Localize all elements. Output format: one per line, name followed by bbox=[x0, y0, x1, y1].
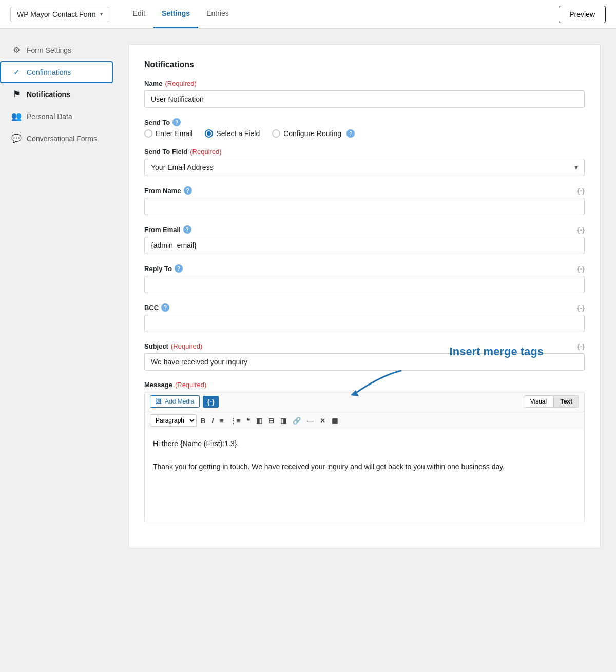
sidebar-item-label: Confirmations bbox=[27, 68, 71, 76]
blockquote-button[interactable]: ❝ bbox=[244, 416, 252, 426]
subject-input[interactable] bbox=[144, 353, 585, 371]
message-line-3: Thank you for getting in touch. We have … bbox=[153, 461, 576, 472]
message-line-2 bbox=[153, 449, 576, 460]
check-circle-icon: ✓ bbox=[11, 67, 22, 77]
bcc-help-icon[interactable]: ? bbox=[161, 303, 169, 312]
visual-view-button[interactable]: Visual bbox=[524, 395, 553, 408]
section-title: Notifications bbox=[144, 60, 585, 69]
message-content[interactable]: Hi there {Name (First):1.3}, Thank you f… bbox=[144, 430, 585, 522]
sidebar: ⚙ Form Settings ✓ Confirmations ⚑ Notifi… bbox=[0, 29, 113, 672]
send-to-field-select[interactable]: Your Email Address ▾ bbox=[144, 159, 585, 176]
radio-select-field[interactable]: Select a Field bbox=[205, 129, 260, 138]
message-toolbar-top: 🖼 Add Media {-} Visual Text bbox=[144, 392, 585, 411]
sidebar-item-conversational-forms[interactable]: 💬 Conversational Forms bbox=[0, 127, 113, 149]
tab-edit[interactable]: Edit bbox=[125, 0, 153, 28]
reply-to-field-group: Reply To ? {-} bbox=[144, 264, 585, 293]
message-label: Message (Required) bbox=[144, 381, 585, 389]
from-name-label: From Name ? {-} bbox=[144, 186, 585, 195]
tab-entries[interactable]: Entries bbox=[198, 0, 237, 28]
radio-label-enter-email: Enter Email bbox=[156, 129, 192, 138]
align-left-button[interactable]: ◧ bbox=[254, 416, 264, 426]
bcc-field-group: BCC ? {-} bbox=[144, 303, 585, 332]
sidebar-item-label: Form Settings bbox=[27, 46, 71, 54]
form-selector[interactable]: WP Mayor Contact Form ▾ bbox=[10, 7, 109, 22]
sidebar-item-form-settings[interactable]: ⚙ Form Settings bbox=[0, 39, 113, 61]
chevron-down-icon: ▾ bbox=[100, 11, 103, 17]
tab-settings[interactable]: Settings bbox=[153, 0, 198, 28]
sidebar-item-confirmations[interactable]: ✓ Confirmations bbox=[0, 61, 113, 83]
align-right-button[interactable]: ◨ bbox=[278, 416, 288, 426]
send-to-field-group: Send To ? Enter Email Select a Field Con… bbox=[144, 118, 585, 138]
from-email-help-icon[interactable]: ? bbox=[183, 225, 191, 234]
bcc-input[interactable] bbox=[144, 315, 585, 332]
name-input[interactable] bbox=[144, 90, 585, 108]
add-media-button[interactable]: 🖼 Add Media bbox=[150, 395, 200, 408]
chevron-down-icon: ▾ bbox=[574, 163, 578, 171]
bold-button[interactable]: B bbox=[199, 416, 207, 426]
radio-enter-email[interactable]: Enter Email bbox=[144, 129, 192, 138]
flag-icon: ⚑ bbox=[11, 89, 22, 99]
radio-circle-configure-routing bbox=[272, 129, 280, 138]
reply-to-label: Reply To ? {-} bbox=[144, 264, 585, 273]
sidebar-item-notifications[interactable]: ⚑ Notifications bbox=[0, 83, 113, 105]
italic-button[interactable]: I bbox=[209, 416, 216, 426]
message-field-group: Message (Required) Insert merge tags 🖼 A… bbox=[144, 381, 585, 522]
add-media-label: Add Media bbox=[165, 398, 194, 405]
chat-icon: 💬 bbox=[11, 133, 22, 143]
send-to-field-dropdown-group: Send To Field (Required) Your Email Addr… bbox=[144, 148, 585, 176]
from-name-field-group: From Name ? {-} bbox=[144, 186, 585, 215]
radio-label-configure-routing: Configure Routing bbox=[283, 129, 341, 138]
users-icon: 👥 bbox=[11, 111, 22, 121]
paragraph-select[interactable]: Paragraph bbox=[150, 414, 197, 427]
sidebar-item-label: Personal Data bbox=[27, 112, 72, 121]
from-email-label: From Email ? {-} bbox=[144, 225, 585, 234]
reply-to-merge-tag-icon[interactable]: {-} bbox=[578, 265, 585, 273]
preview-button[interactable]: Preview bbox=[559, 6, 606, 23]
align-center-button[interactable]: ⊟ bbox=[266, 416, 276, 426]
select-field-value: Your Email Address bbox=[151, 163, 214, 171]
name-required: (Required) bbox=[165, 80, 196, 87]
table-button[interactable]: ▦ bbox=[330, 416, 340, 426]
send-to-help-icon[interactable]: ? bbox=[172, 118, 181, 126]
text-view-button[interactable]: Text bbox=[553, 395, 579, 408]
subject-required: (Required) bbox=[171, 342, 202, 350]
radio-label-select-field: Select a Field bbox=[216, 129, 260, 138]
from-name-merge-tag-icon[interactable]: {-} bbox=[578, 187, 585, 195]
ordered-list-button[interactable]: ⋮≡ bbox=[228, 416, 243, 426]
name-label: Name (Required) bbox=[144, 80, 585, 87]
radio-circle-enter-email bbox=[144, 129, 152, 138]
unordered-list-button[interactable]: ≡ bbox=[218, 416, 226, 426]
sidebar-item-personal-data[interactable]: 👥 Personal Data bbox=[0, 105, 113, 127]
horizontal-rule-button[interactable]: — bbox=[305, 416, 316, 426]
sidebar-item-label: Notifications bbox=[27, 90, 70, 99]
subject-merge-tag-icon[interactable]: {-} bbox=[578, 342, 585, 350]
send-to-field-required: (Required) bbox=[190, 148, 221, 156]
configure-routing-help-icon[interactable]: ? bbox=[346, 129, 355, 138]
content-area: Notifications Name (Required) Send To ? bbox=[113, 29, 616, 672]
from-name-input[interactable] bbox=[144, 198, 585, 215]
merge-tag-button[interactable]: {-} bbox=[203, 396, 218, 408]
bcc-merge-tag-icon[interactable]: {-} bbox=[578, 304, 585, 312]
from-email-input[interactable] bbox=[144, 237, 585, 254]
subject-label: Subject (Required) {-} bbox=[144, 342, 585, 350]
format-toolbar: Paragraph B I ≡ ⋮≡ ❝ ◧ ⊟ ◨ 🔗 — ✕ ▦ bbox=[144, 411, 585, 430]
sidebar-item-label: Conversational Forms bbox=[27, 135, 97, 143]
send-to-radio-group: Enter Email Select a Field Configure Rou… bbox=[144, 129, 585, 138]
link-button[interactable]: 🔗 bbox=[291, 416, 303, 426]
bcc-label: BCC ? {-} bbox=[144, 303, 585, 312]
topbar: WP Mayor Contact Form ▾ Edit Settings En… bbox=[0, 0, 616, 29]
from-name-help-icon[interactable]: ? bbox=[184, 186, 192, 195]
from-email-merge-tag-icon[interactable]: {-} bbox=[578, 226, 585, 234]
radio-configure-routing[interactable]: Configure Routing ? bbox=[272, 129, 355, 138]
reply-to-input[interactable] bbox=[144, 276, 585, 293]
fullscreen-button[interactable]: ✕ bbox=[318, 416, 328, 426]
notifications-card: Notifications Name (Required) Send To ? bbox=[128, 44, 601, 548]
topbar-tabs: Edit Settings Entries bbox=[125, 0, 237, 28]
message-line-1: Hi there {Name (First):1.3}, bbox=[153, 438, 576, 449]
name-field-group: Name (Required) bbox=[144, 80, 585, 108]
message-required: (Required) bbox=[175, 381, 206, 389]
from-email-field-group: From Email ? {-} bbox=[144, 225, 585, 254]
reply-to-help-icon[interactable]: ? bbox=[175, 264, 183, 273]
send-to-label: Send To ? bbox=[144, 118, 585, 126]
main-layout: ⚙ Form Settings ✓ Confirmations ⚑ Notifi… bbox=[0, 29, 616, 672]
